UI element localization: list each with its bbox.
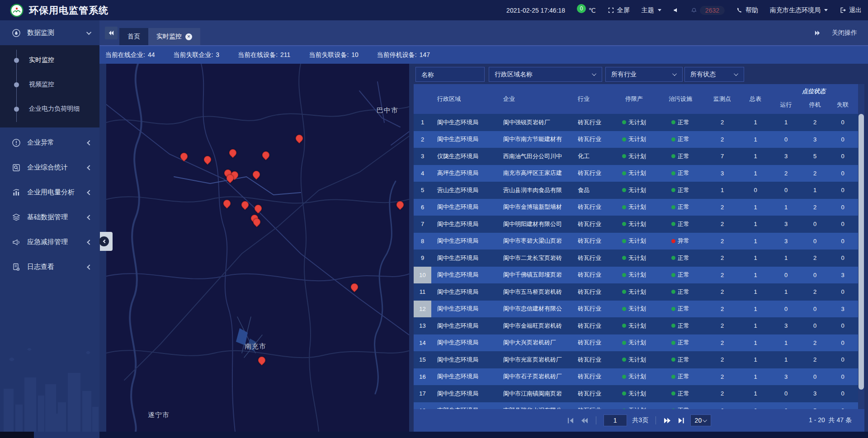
table-scrollbar-track[interactable]	[858, 84, 864, 409]
sidebar-item-enterprise-abnormal[interactable]: 企业异常	[0, 130, 99, 155]
cell-meters: 1	[741, 233, 769, 250]
table-row[interactable]: 15阆中生态环境局阆中市光富页岩机砖厂砖瓦行业无计划正常21120	[414, 351, 858, 368]
city-label: 遂宁市	[148, 411, 170, 419]
status-dot	[622, 239, 626, 243]
cell-meters: 0	[741, 402, 769, 410]
cell-stopped: 5	[802, 148, 827, 165]
industry-filter-select[interactable]: 所有行业	[605, 67, 683, 82]
table-row[interactable]: 17阆中生态环境局阆中市江南镇阆南页岩砖瓦行业无计划正常21030	[414, 385, 858, 402]
table-row[interactable]: 9阆中生态环境局阆中市二龙长宝页岩砖砖瓦行业无计划正常21120	[414, 250, 858, 267]
sidebar-item-data-monitoring[interactable]: 数据监测	[0, 20, 99, 45]
table-row[interactable]: 4高坪生态环境局南充市高坪区王家店建砖瓦行业无计划正常31220	[414, 165, 858, 182]
cell-stopped: 3	[802, 131, 827, 148]
submenu-dot-icon	[14, 82, 19, 87]
sidebar-item-enterprise-stats[interactable]: 企业综合统计	[0, 155, 99, 180]
cell-run: 3	[769, 368, 802, 386]
status-dot	[622, 341, 626, 345]
last-page-icon[interactable]	[677, 417, 685, 424]
next-page-icon[interactable]	[663, 417, 671, 424]
help-button[interactable]: 帮助	[736, 6, 758, 14]
cell-meters: 1	[741, 148, 769, 165]
theme-dropdown[interactable]: 主题	[642, 6, 661, 14]
tabbar-right-actions: 关闭操作	[814, 29, 868, 37]
cell-company: 阆中大兴页岩机砖厂	[497, 334, 572, 352]
logout-button[interactable]: 退出	[840, 6, 862, 14]
cell-stopped: 0	[802, 216, 827, 233]
table-row[interactable]: 5营山生态环境局营山县润丰肉食品有限食品无计划正常10010	[414, 182, 858, 199]
page-number-input[interactable]	[604, 414, 627, 426]
sidebar-item-power-analysis[interactable]: 企业用电量分析	[0, 180, 99, 205]
region-filter-select[interactable]: 行政区域名称	[489, 67, 602, 82]
tab-home[interactable]: 首页	[119, 28, 148, 45]
name-filter-input[interactable]	[415, 67, 485, 82]
cell-stop_production: 无计划	[610, 114, 658, 131]
sidebar-item-base-data[interactable]: 基础数据管理	[0, 205, 99, 230]
table-row[interactable]: 13阆中生态环境局阆中市金福旺页岩机砖砖瓦行业无计划正常21300	[414, 317, 858, 334]
first-page-icon[interactable]	[567, 417, 575, 424]
cell-stop_production: 无计划	[610, 301, 658, 318]
cell-facility: 正常	[658, 250, 703, 267]
cell-no: 11	[414, 283, 431, 301]
tabs-scroll-left-button[interactable]	[105, 27, 118, 39]
status-dot	[671, 171, 675, 175]
table-row[interactable]: 3仪陇生态环境局西南油气田分公司川中化工无计划正常71350	[414, 148, 858, 165]
close-icon[interactable]	[185, 33, 192, 40]
cell-run: 1	[769, 114, 802, 131]
pagination-bar: 共3页 20 1 - 20 共 47 条	[414, 409, 864, 432]
stats-search-icon	[12, 163, 21, 172]
close-operations-button[interactable]: 关闭操作	[832, 29, 857, 37]
org-dropdown[interactable]: 南充市生态环境局	[770, 6, 828, 14]
status-dot	[671, 120, 675, 124]
table-row[interactable]: 10阆中生态环境局阆中千佛镇五郎垭页岩砖瓦行业无计划正常21003	[414, 267, 858, 284]
pagination-range-label: 1 - 20 共 47 条	[809, 416, 864, 424]
table-row[interactable]: 6阆中生态环境局阆中市金博瑞新型墙材砖瓦行业无计划正常21120	[414, 199, 858, 216]
table-row[interactable]: 14阆中生态环境局阆中大兴页岩机砖厂砖瓦行业无计划正常21120	[414, 334, 858, 352]
temperature-unit: ℃	[589, 7, 596, 14]
table-row[interactable]: 18南部生态环境局南部县瑞华水泥有限公砖瓦行业无计划正常60050	[414, 402, 858, 410]
cell-no: 4	[414, 165, 431, 182]
monitor-icon	[12, 28, 21, 38]
cell-region: 阆中生态环境局	[431, 199, 497, 216]
cell-lost: 0	[827, 199, 858, 216]
sidebar-item-power-load-detail[interactable]: 企业电力负荷明细	[0, 97, 99, 121]
table-row[interactable]: 8阆中生态环境局阆中市枣碧大梁山页岩砖瓦行业无计划异常21300	[414, 233, 858, 250]
cell-stop_production: 无计划	[610, 233, 658, 250]
fullscreen-icon	[608, 7, 614, 14]
double-chevron-right-icon[interactable]	[814, 30, 821, 36]
sidebar-item-video-monitor[interactable]: 视频监控	[0, 72, 99, 97]
stat-stopped-devices: 当前停机设备:147	[377, 51, 430, 59]
sidebar-item-log-view[interactable]: 日志查看	[0, 254, 99, 279]
cell-meters: 1	[741, 131, 769, 148]
table-scrollbar-thumb[interactable]	[859, 114, 864, 390]
cell-run: 0	[769, 267, 802, 284]
chevron-down-icon	[734, 71, 738, 76]
cell-stopped: 2	[802, 334, 827, 352]
table-row[interactable]: 1阆中生态环境局阆中强锐页岩砖厂砖瓦行业无计划正常21120	[414, 114, 858, 131]
cell-run: 3	[769, 233, 802, 250]
tab-realtime-monitor[interactable]: 实时监控	[148, 28, 200, 45]
prev-page-icon[interactable]	[580, 417, 589, 424]
status-filter-select[interactable]: 所有状态	[684, 67, 744, 82]
mute-button[interactable]	[673, 7, 679, 13]
table-row[interactable]: 2阆中生态环境局阆中市南方节能建材有砖瓦行业无计划正常21030	[414, 131, 858, 148]
chevron-left-icon	[87, 140, 92, 145]
sidebar-footer-block	[0, 432, 34, 438]
table-row[interactable]: 12阆中生态环境局阆中市忠信建材有限公砖瓦行业无计划正常21003	[414, 301, 858, 318]
notification-area[interactable]: 2632	[691, 6, 725, 15]
cell-no: 10	[414, 267, 431, 284]
table-row[interactable]: 7阆中生态环境局阆中明阳建材有限公司砖瓦行业无计划正常21300	[414, 216, 858, 233]
sidebar-item-realtime-monitor[interactable]: 实时监控	[0, 48, 99, 72]
cell-no: 6	[414, 199, 431, 216]
cell-company: 阆中市五马桥页岩机砖	[497, 283, 572, 301]
sidebar-item-emergency-reduction[interactable]: 应急减排管理	[0, 230, 99, 254]
table-row[interactable]: 11阆中生态环境局阆中市五马桥页岩机砖砖瓦行业无计划正常21120	[414, 283, 858, 301]
page-size-select[interactable]: 20	[690, 414, 711, 426]
map-canvas[interactable]: 巴中市南充市遂宁市	[106, 64, 409, 432]
col-stop-production: 停限产	[610, 84, 658, 114]
cell-stop_production: 无计划	[610, 317, 658, 334]
fullscreen-button[interactable]: 全屏	[608, 6, 630, 14]
panel-collapse-button[interactable]	[100, 232, 113, 251]
cell-lost: 0	[827, 351, 858, 368]
bottom-strip	[99, 432, 868, 438]
table-row[interactable]: 16阆中生态环境局阆中市石子页岩机砖厂砖瓦行业无计划正常21300	[414, 368, 858, 386]
